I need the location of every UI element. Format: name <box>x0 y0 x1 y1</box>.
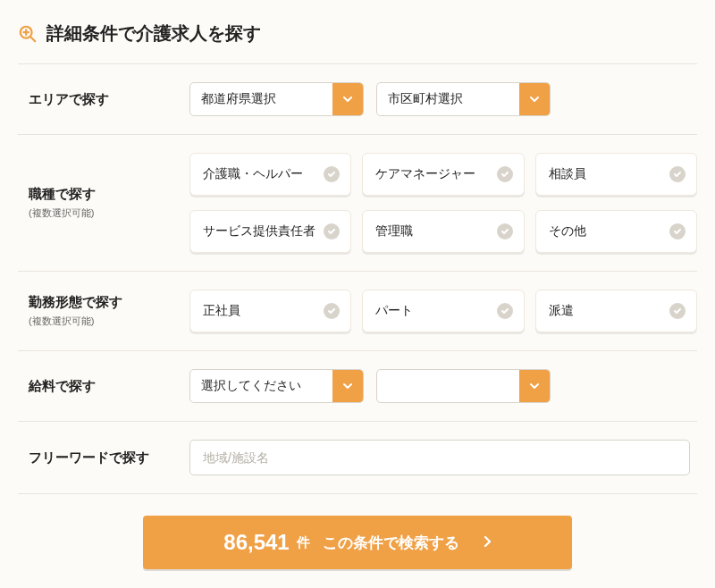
employment-option-label: 派遣 <box>549 303 574 319</box>
search-zoom-icon <box>18 24 38 44</box>
salary-type-value: 選択してください <box>190 370 332 402</box>
job-option[interactable]: 相談員 <box>535 153 697 196</box>
chevron-down-icon <box>519 83 550 115</box>
check-icon <box>497 303 513 319</box>
row-freeword-label: フリーワードで探す <box>29 449 189 466</box>
salary-selects: 選択してください <box>189 369 697 403</box>
salary-amount-select[interactable] <box>376 369 551 403</box>
check-icon <box>669 303 686 319</box>
row-job-sub: (複数選択可能) <box>29 206 189 220</box>
job-option[interactable]: 管理職 <box>362 210 524 253</box>
employment-option-label: 正社員 <box>203 303 240 319</box>
area-selects: 都道府県選択 市区町村選択 <box>189 82 697 116</box>
employment-option[interactable]: パート <box>362 290 524 332</box>
row-salary-label: 給料で探す <box>29 378 189 395</box>
row-employment-sub: (複数選択可能) <box>29 315 189 328</box>
submit-area: 86,541 件 この条件で検索する <box>18 494 697 569</box>
check-icon <box>669 166 686 182</box>
check-icon <box>324 223 340 239</box>
job-option-label: 管理職 <box>375 223 413 239</box>
prefecture-select-value: 都道府県選択 <box>190 83 332 115</box>
row-area-label: エリアで探す <box>29 91 189 108</box>
city-select[interactable]: 市区町村選択 <box>376 82 551 116</box>
job-option-label: サービス提供責任者 <box>203 223 315 239</box>
employment-option[interactable]: 正社員 <box>189 290 351 332</box>
check-icon <box>324 166 340 182</box>
employment-options: 正社員 パート 派遣 <box>189 290 697 332</box>
job-option-label: 相談員 <box>549 166 586 182</box>
job-options: 介護職・ヘルパー ケアマネージャー 相談員 サービス提供責任者 管理職 その他 <box>189 153 697 253</box>
result-count: 86,541 <box>223 530 289 555</box>
salary-type-select[interactable]: 選択してください <box>189 369 364 403</box>
row-employment-label-text: 勤務形態で探す <box>29 294 122 309</box>
row-job-label-text: 職種で探す <box>29 186 96 201</box>
page-header: 詳細条件で介護求人を探す <box>18 21 697 46</box>
search-submit-button[interactable]: 86,541 件 この条件で検索する <box>143 516 572 569</box>
chevron-down-icon <box>519 370 550 402</box>
row-area: エリアで探す 都道府県選択 市区町村選択 <box>18 64 697 135</box>
chevron-right-icon <box>483 535 492 550</box>
page-title: 詳細条件で介護求人を探す <box>46 21 261 46</box>
job-option-label: ケアマネージャー <box>375 166 475 182</box>
job-option[interactable]: その他 <box>535 210 697 253</box>
job-option-label: その他 <box>549 223 586 239</box>
freeword-input[interactable] <box>189 440 690 475</box>
check-icon <box>497 223 513 239</box>
job-option[interactable]: ケアマネージャー <box>362 153 524 196</box>
job-option[interactable]: 介護職・ヘルパー <box>189 153 351 196</box>
row-employment-label: 勤務形態で探す (複数選択可能) <box>29 294 189 328</box>
row-employment: 勤務形態で探す (複数選択可能) 正社員 パート 派遣 <box>18 272 697 351</box>
row-job: 職種で探す (複数選択可能) 介護職・ヘルパー ケアマネージャー 相談員 サービ… <box>18 135 697 272</box>
freeword-body <box>189 440 697 475</box>
chevron-down-icon <box>332 83 363 115</box>
city-select-value: 市区町村選択 <box>377 83 519 115</box>
row-job-label: 職種で探す (複数選択可能) <box>29 186 189 220</box>
svg-line-1 <box>30 37 35 41</box>
job-option-label: 介護職・ヘルパー <box>203 166 303 182</box>
row-freeword: フリーワードで探す <box>18 422 697 494</box>
check-icon <box>669 223 686 239</box>
employment-option-label: パート <box>375 303 413 319</box>
chevron-down-icon <box>332 370 363 402</box>
salary-amount-value <box>377 370 519 402</box>
job-option[interactable]: サービス提供責任者 <box>189 210 351 253</box>
search-form: エリアで探す 都道府県選択 市区町村選択 職種で探す (複数選択可能) 介護職・… <box>18 63 697 494</box>
check-icon <box>324 303 340 319</box>
submit-label: この条件で検索する <box>323 533 459 553</box>
result-unit: 件 <box>297 534 310 551</box>
row-salary: 給料で探す 選択してください <box>18 351 697 422</box>
employment-option[interactable]: 派遣 <box>535 290 697 332</box>
prefecture-select[interactable]: 都道府県選択 <box>189 82 364 116</box>
check-icon <box>497 166 513 182</box>
